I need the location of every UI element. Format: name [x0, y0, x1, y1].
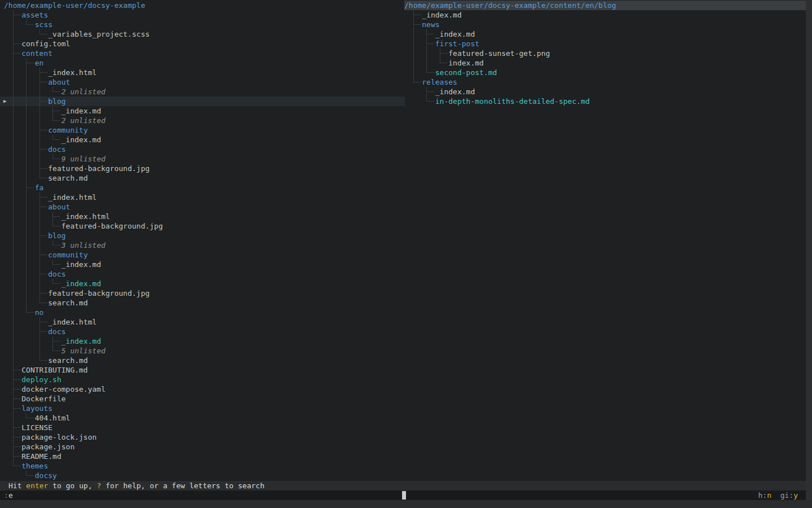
tree-row--index-html[interactable]: _index.html [0, 68, 405, 77]
tree-row-docs[interactable]: docs [0, 144, 405, 154]
tree-row-docs[interactable]: docs [0, 269, 405, 279]
tree-row-2-unlisted[interactable]: 2 unlisted [0, 116, 405, 125]
tree-guide [39, 164, 47, 169]
right-panel: /home/example-user/docsy-example/content… [404, 1, 806, 106]
tree-row-docker-compose-yaml[interactable]: docker-compose.yaml [0, 384, 405, 394]
tree-row--index-md[interactable]: _index.md [0, 279, 405, 288]
tree-row-label: _index.html [48, 317, 96, 327]
tree-guide [13, 423, 21, 428]
tree-row--variables-project-scss[interactable]: _variables_project.scss [0, 29, 405, 39]
tree-guide [39, 356, 47, 361]
tree-row-scss[interactable]: scss [0, 20, 405, 29]
tree-row-second-post-md[interactable]: second-post.md [404, 68, 806, 77]
tree-row-news[interactable]: news [404, 20, 806, 29]
tree-row-index-md[interactable]: index.md [404, 58, 806, 68]
tree-row-search-md[interactable]: search.md [0, 173, 405, 183]
tree-guide [26, 97, 27, 106]
right-panel-path-header[interactable]: /home/example-user/docsy-example/content… [404, 1, 806, 10]
tree-row-blog[interactable]: blog [0, 231, 405, 240]
tree-row-about[interactable]: about [0, 77, 405, 87]
tree-row-releases[interactable]: releases [404, 77, 806, 87]
terminal-scrollbar-track[interactable] [806, 0, 812, 508]
tree-row-featured-sunset-get-png[interactable]: featured-sunset-get.png [404, 49, 806, 58]
selection-arrow-icon: ▶ [3, 97, 6, 106]
tree-guide [13, 68, 14, 77]
tree-row-label: _index.html [48, 192, 96, 202]
tree-guide [413, 20, 421, 25]
tree-row-package-lock-json[interactable]: package-lock.json [0, 432, 405, 442]
tree-guide [13, 365, 21, 370]
tree-row-docsy[interactable]: docsy [0, 471, 405, 480]
tree-row-package-json[interactable]: package.json [0, 442, 405, 452]
tree-guide [52, 212, 60, 217]
tree-guide [13, 154, 14, 164]
tree-row-content[interactable]: content [0, 49, 405, 58]
command-input-bar[interactable]: : e h:n gi:y [0, 491, 806, 500]
tree-row-about[interactable]: about [0, 202, 405, 212]
tree-guide [26, 231, 27, 240]
tree-row-label: second-post.md [435, 68, 497, 77]
tree-row-first-post[interactable]: first-post [404, 39, 806, 49]
tree-row--index-md[interactable]: _index.md [0, 106, 405, 116]
tree-row-en[interactable]: en [0, 58, 405, 68]
tree-row-contributing-md[interactable]: CONTRIBUTING.md [0, 365, 405, 375]
tree-row-deploy-sh[interactable]: deploy.sh [0, 375, 405, 384]
tree-row-license[interactable]: LICENSE [0, 423, 405, 432]
status-key-enter: enter [26, 481, 48, 490]
tree-guide [39, 87, 40, 97]
tree-row-label: docs [48, 327, 65, 336]
tree-row-404-html[interactable]: 404.html [0, 413, 405, 423]
tree-guide [13, 135, 14, 144]
tree-row-blog[interactable]: ▶blog [0, 97, 405, 106]
tree-row-config-toml[interactable]: config.toml [0, 39, 405, 49]
tree-guide [13, 106, 14, 116]
tree-row-label: 404.html [35, 413, 70, 423]
tree-guide [39, 173, 47, 178]
tree-row-featured-background-jpg[interactable]: featured-background.jpg [0, 221, 405, 231]
tree-guide [26, 116, 27, 125]
tree-guide [13, 125, 14, 135]
tree-row-featured-background-jpg[interactable]: featured-background.jpg [0, 164, 405, 173]
tree-guide [13, 231, 14, 240]
tree-row--index-html[interactable]: _index.html [0, 212, 405, 221]
tree-row--index-html[interactable]: _index.html [0, 317, 405, 327]
tree-guide [413, 10, 421, 15]
left-panel-path-header[interactable]: /home/example-user/docsy-example [0, 1, 405, 10]
tree-row--index-md[interactable]: _index.md [0, 260, 405, 269]
tree-row--index-md[interactable]: _index.md [404, 87, 806, 97]
tree-guide [26, 288, 27, 298]
tree-row-no[interactable]: no [0, 308, 405, 317]
tree-row-in-depth-monoliths-detailed-spec-md[interactable]: in-depth-monoliths-detailed-spec.md [404, 97, 806, 106]
tree-guide [440, 58, 448, 63]
tree-row-9-unlisted[interactable]: 9 unlisted [0, 154, 405, 164]
tree-row-themes[interactable]: themes [0, 461, 405, 471]
tree-row-search-md[interactable]: search.md [0, 356, 405, 365]
tree-guide [13, 77, 14, 87]
tree-row--index-md[interactable]: _index.md [0, 135, 405, 144]
tree-row-label: about [48, 202, 70, 212]
tree-row-5-unlisted[interactable]: 5 unlisted [0, 346, 405, 356]
tree-row-community[interactable]: community [0, 250, 405, 260]
tree-guide [39, 116, 40, 125]
tree-row-label: scss [35, 20, 52, 29]
tree-row-readme-md[interactable]: README.md [0, 452, 405, 461]
tree-row-search-md[interactable]: search.md [0, 298, 405, 308]
tree-row-dockerfile[interactable]: Dockerfile [0, 394, 405, 404]
tree-row-label: featured-background.jpg [61, 221, 163, 231]
tree-row-community[interactable]: community [0, 125, 405, 135]
tree-row-fa[interactable]: fa [0, 183, 405, 192]
tree-row-2-unlisted[interactable]: 2 unlisted [0, 87, 405, 97]
tree-guide [39, 298, 47, 303]
tree-guide [52, 106, 60, 111]
tree-row-docs[interactable]: docs [0, 327, 405, 336]
tree-row-assets[interactable]: assets [0, 10, 405, 20]
tree-guide [39, 288, 47, 294]
tree-row-layouts[interactable]: layouts [0, 404, 405, 413]
broot-terminal-screen: /home/example-user/docsy-example assetss… [0, 0, 812, 508]
tree-row--index-html[interactable]: _index.html [0, 192, 405, 202]
tree-row--index-md[interactable]: _index.md [0, 336, 405, 346]
tree-row--index-md[interactable]: _index.md [404, 29, 806, 39]
tree-row--index-md[interactable]: _index.md [404, 10, 806, 20]
tree-row-3-unlisted[interactable]: 3 unlisted [0, 240, 405, 250]
tree-row-featured-background-jpg[interactable]: featured-background.jpg [0, 288, 405, 298]
